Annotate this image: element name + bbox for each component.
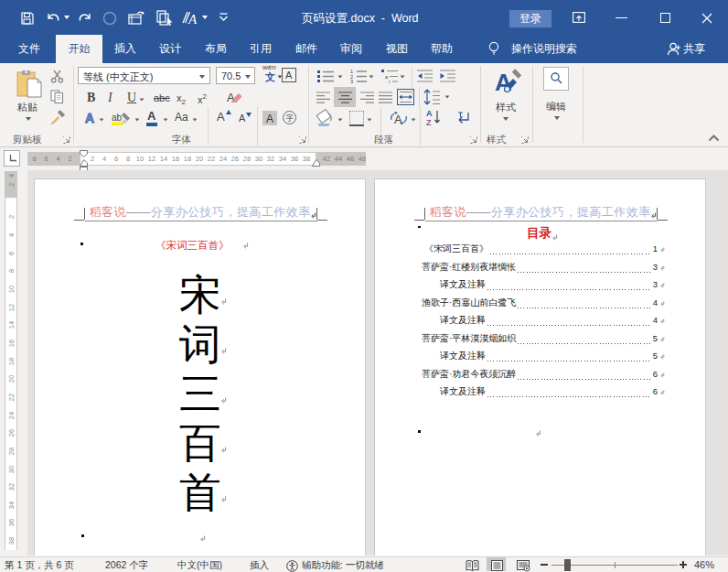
svg-text:ab: ab: [112, 113, 123, 123]
svg-text:i: i: [389, 79, 390, 84]
svg-text:3: 3: [350, 79, 353, 84]
svg-text:A: A: [187, 12, 198, 27]
svg-text:Z: Z: [426, 118, 432, 127]
svg-text:A: A: [426, 109, 433, 118]
